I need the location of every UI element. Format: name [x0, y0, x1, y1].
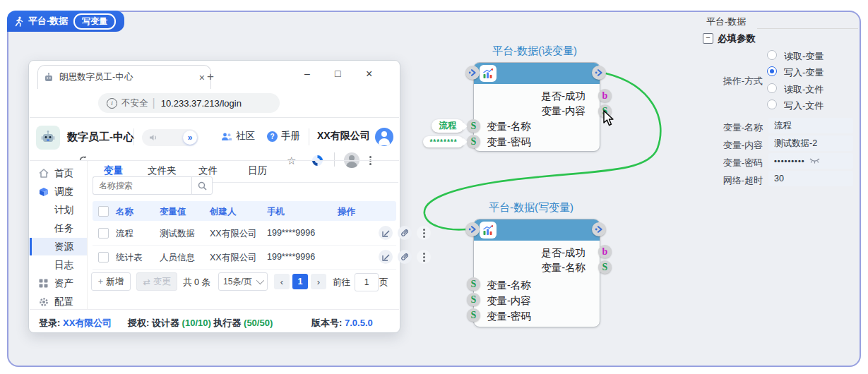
input-value-tag[interactable]: 流程 [432, 119, 464, 133]
output-success: 是否-成功 [474, 90, 585, 103]
node-read-title[interactable]: 平台-数据(读变量) [468, 44, 602, 58]
select-all-checkbox[interactable] [98, 206, 109, 217]
table-row[interactable]: 流程 测试数据 XX有限公司 199****9996 [93, 221, 396, 246]
output-variable-content: 变量-内容 [474, 104, 585, 118]
company-name: XX有限公司 [317, 130, 370, 143]
screenshot-root: { "frame": { "tab_title": "平台-数据", "tab_… [0, 0, 868, 374]
announcement-more-icon[interactable]: » [183, 131, 197, 145]
col-phone[interactable]: 手机 [267, 206, 285, 218]
sidebar-item-config[interactable]: 配置 [30, 293, 87, 310]
more-icon [423, 227, 425, 239]
sidebar-item-schedule[interactable]: 调度 [30, 183, 87, 200]
favicon-robot-icon [44, 73, 54, 83]
sidebar-item-plan[interactable]: 计划 [30, 201, 87, 219]
input-variable-content: 变量-内容 [487, 294, 531, 308]
table-row[interactable]: 统计表 人员信息 XX有限公司 199****9996 [93, 245, 396, 270]
exec-in-port[interactable] [465, 66, 480, 80]
speaker-icon [149, 133, 158, 142]
user-avatar[interactable] [375, 128, 393, 146]
workflow-tab-badge: 写变量 [73, 13, 116, 30]
sidebar-item-asset[interactable]: 资产 [30, 275, 87, 292]
edit-button[interactable] [379, 250, 393, 264]
tab-file[interactable]: 文件 [198, 164, 218, 177]
input-variable-name: 变量-名称 [487, 120, 531, 133]
new-tab-button[interactable]: + [207, 70, 214, 84]
nav-manual[interactable]: ? 手册 [267, 130, 300, 143]
port-string[interactable]: S [467, 293, 480, 306]
node-read-variable[interactable]: 是否-成功 变量-内容 变量-名称 变量-密码 [473, 62, 600, 152]
exec-out-port[interactable] [592, 222, 606, 236]
workflow-tab[interactable]: 平台-数据 写变量 [7, 11, 124, 32]
sidebar-item-task[interactable]: 任务 [30, 219, 87, 237]
prev-page-button[interactable]: ‹ [274, 274, 290, 289]
port-bool[interactable]: b [598, 89, 612, 102]
port-bool[interactable]: b [598, 245, 612, 258]
chevron-down-icon [256, 277, 263, 284]
browser-tab[interactable]: 朗思数字员工-中心 × [37, 65, 211, 89]
port-string[interactable]: S [467, 277, 480, 291]
row-checkbox[interactable] [98, 228, 109, 239]
info-icon[interactable]: i [107, 98, 117, 109]
link-icon [400, 229, 409, 237]
exec-out-port[interactable] [592, 66, 606, 80]
chart-icon [480, 222, 497, 239]
sidebar-item-log[interactable]: 日志 [30, 256, 87, 274]
goto-label: 前往 [333, 277, 350, 289]
port-string[interactable]: S [467, 119, 480, 133]
input-password-tag[interactable]: ******** [423, 136, 464, 147]
exec-arrow-icon [595, 68, 603, 77]
mouse-cursor [602, 110, 618, 127]
tab-close-icon[interactable]: × [199, 72, 205, 83]
address-bar[interactable]: i 不安全 | 10.233.37.213/login [98, 93, 280, 113]
window-maximize-button[interactable]: □ [335, 68, 340, 79]
edit-button[interactable] [379, 226, 393, 240]
chart-icon [480, 65, 497, 82]
node-header[interactable] [474, 63, 600, 84]
sidebar-item-resource[interactable]: 资源 [30, 238, 87, 255]
exec-in-port[interactable] [465, 222, 480, 236]
input-variable-password: 变量-密码 [487, 310, 531, 323]
statusbar-login: 登录: XX有限公司 [39, 317, 112, 330]
link-icon [400, 253, 409, 261]
nav-community[interactable]: 社区 [221, 130, 255, 143]
exec-arrow-icon [595, 225, 603, 234]
sidebar-item-home[interactable]: 首页 [30, 164, 87, 182]
window-close-button[interactable]: × [366, 68, 372, 80]
search-button[interactable] [191, 176, 213, 195]
col-name[interactable]: 名称 [116, 206, 133, 218]
cube-icon [39, 187, 49, 197]
col-value[interactable]: 变量值 [160, 206, 186, 218]
bookmark-star-icon[interactable]: ☆ [287, 155, 296, 167]
tab-calendar[interactable]: 日历 [248, 164, 267, 177]
change-button[interactable]: ⇄变更 [136, 272, 177, 291]
edit-icon [382, 253, 390, 261]
col-creator[interactable]: 创建人 [210, 206, 237, 218]
version-value: 7.0.5.0 [345, 318, 373, 328]
tab-folder[interactable]: 文件夹 [148, 164, 177, 177]
goto-unit: 页 [379, 277, 388, 289]
more-button[interactable] [417, 226, 431, 240]
node-header[interactable] [474, 219, 600, 241]
search-input[interactable] [93, 176, 202, 195]
row-checkbox[interactable] [98, 252, 109, 263]
current-page[interactable]: 1 [292, 274, 308, 289]
announcement-bar[interactable]: » [142, 129, 198, 146]
port-string[interactable]: S [598, 260, 612, 274]
exec-arrow-icon [468, 225, 477, 234]
tab-variable[interactable]: 变量 [104, 164, 123, 177]
statusbar-version: 版本号: 7.0.5.0 [311, 317, 373, 330]
goto-page-input[interactable] [355, 273, 379, 291]
community-people-icon [221, 132, 232, 141]
add-button[interactable]: +新增 [91, 272, 131, 291]
link-button[interactable] [398, 250, 412, 264]
port-string[interactable]: S [467, 135, 480, 148]
port-string[interactable]: S [467, 308, 480, 322]
window-minimize-button[interactable]: – [304, 68, 310, 79]
next-page-button[interactable]: › [311, 274, 326, 289]
link-button[interactable] [398, 226, 412, 240]
login-company-link[interactable]: XX有限公司 [63, 318, 112, 328]
node-write-variable[interactable]: 是否-成功 变量-名称 变量-名称 变量-内容 变量-密码 [473, 219, 600, 327]
page-size-select[interactable]: 15条/页 [218, 272, 268, 291]
more-button[interactable] [417, 250, 431, 264]
node-write-title[interactable]: 平台-数据(写变量) [464, 201, 598, 215]
